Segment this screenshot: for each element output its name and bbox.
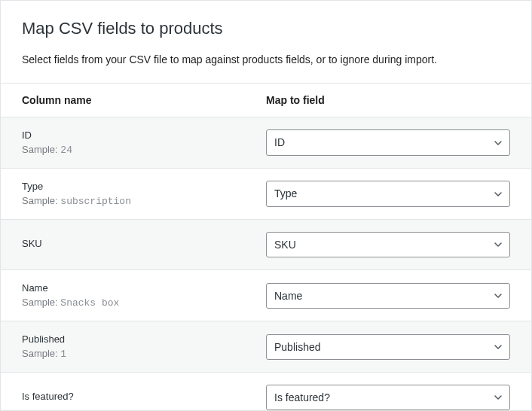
select-wrap: ID (266, 129, 510, 155)
map-select-0[interactable]: ID (266, 129, 510, 155)
select-wrap: Name (266, 283, 510, 309)
column-label: Published (22, 333, 245, 345)
cell-column-name: Is featured? (1, 373, 266, 411)
cell-column-name: Published Sample: 1 (1, 321, 266, 373)
cell-column-name: SKU (1, 220, 266, 270)
page-title: Map CSV fields to products (22, 19, 510, 38)
sample-value: Snacks box (60, 297, 119, 309)
sample-value: 1 (60, 349, 66, 360)
map-select-5[interactable]: Is featured? (266, 385, 510, 410)
table-row: Name Sample: Snacks box Name (1, 270, 531, 321)
sample-prefix: Sample: (22, 144, 58, 155)
column-header-map: Map to field (266, 84, 531, 117)
column-label: SKU (22, 238, 245, 249)
column-sample: Sample: subscription (22, 195, 245, 207)
table-row: Published Sample: 1 Published (1, 321, 531, 373)
select-wrap: Published (266, 334, 510, 360)
map-select-4[interactable]: Published (266, 334, 510, 360)
cell-map-field: Type (266, 169, 531, 220)
select-wrap: Type (266, 181, 510, 206)
cell-map-field: SKU (266, 220, 531, 270)
panel-header: Map CSV fields to products Select fields… (1, 1, 531, 83)
column-sample: Sample: 1 (22, 348, 245, 360)
table-row: Type Sample: subscription Type (1, 169, 531, 220)
sample-prefix: Sample: (22, 297, 58, 308)
sample-value: 24 (60, 145, 72, 156)
column-sample: Sample: 24 (22, 144, 245, 156)
column-label: Type (22, 181, 245, 192)
sample-prefix: Sample: (22, 348, 58, 359)
table-row: Is featured? Is featured? (1, 373, 531, 411)
select-wrap: SKU (266, 232, 510, 257)
column-label: Is featured? (22, 391, 245, 402)
cell-map-field: Is featured? (266, 373, 531, 411)
column-sample: Sample: Snacks box (22, 297, 245, 309)
table-row: SKU SKU (1, 220, 531, 270)
table-header-row: Column name Map to field (1, 84, 531, 117)
sample-value: subscription (60, 196, 131, 207)
map-select-2[interactable]: SKU (266, 232, 510, 257)
page-description: Select fields from your CSV file to map … (22, 52, 510, 68)
cell-map-field: Published (266, 321, 531, 373)
sample-prefix: Sample: (22, 195, 58, 206)
mapping-table: Column name Map to field ID Sample: 24 I… (1, 83, 531, 411)
select-wrap: Is featured? (266, 385, 510, 410)
cell-column-name: ID Sample: 24 (1, 117, 266, 169)
map-select-1[interactable]: Type (266, 181, 510, 206)
column-label: Name (22, 282, 245, 294)
cell-map-field: Name (266, 270, 531, 321)
cell-column-name: Type Sample: subscription (1, 169, 266, 220)
cell-map-field: ID (266, 117, 531, 169)
map-select-3[interactable]: Name (266, 283, 510, 309)
column-header-name: Column name (1, 84, 266, 117)
column-label: ID (22, 129, 245, 141)
cell-column-name: Name Sample: Snacks box (1, 270, 266, 321)
csv-map-panel: Map CSV fields to products Select fields… (0, 0, 532, 411)
table-row: ID Sample: 24 ID (1, 117, 531, 169)
